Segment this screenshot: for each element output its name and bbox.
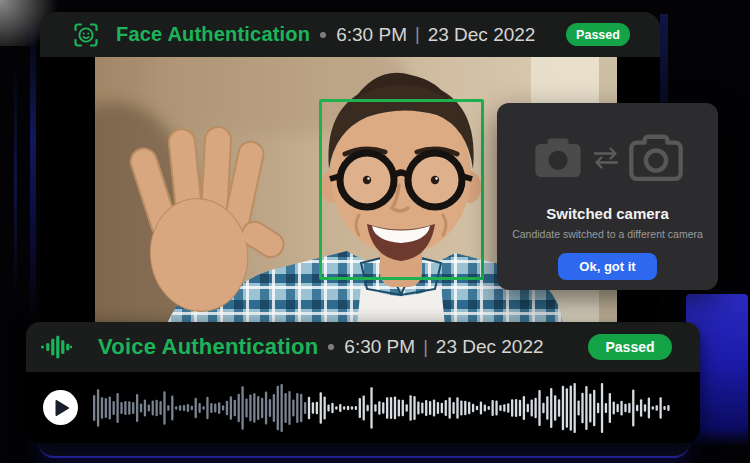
audio-waveform[interactable] bbox=[93, 380, 674, 436]
face-auth-header: Face Authentication 6:30 PM | 23 Dec 202… bbox=[40, 12, 660, 57]
dot-separator bbox=[328, 344, 334, 350]
voice-auth-header: Voice Authentication 6:30 PM | 23 Dec 20… bbox=[26, 322, 700, 372]
play-icon bbox=[55, 400, 69, 416]
popup-subtitle: Candidate switched to a different camera bbox=[512, 228, 703, 240]
voice-auth-window: Voice Authentication 6:30 PM | 23 Dec 20… bbox=[26, 322, 700, 443]
pipe-divider: | bbox=[415, 24, 420, 45]
face-auth-time: 6:30 PM bbox=[336, 24, 407, 46]
voice-auth-time: 6:30 PM bbox=[344, 336, 415, 358]
dot-separator bbox=[320, 32, 326, 38]
swap-arrows-icon bbox=[591, 145, 621, 175]
voice-auth-date: 23 Dec 2022 bbox=[436, 336, 544, 358]
ok-got-it-button[interactable]: Ok, got it bbox=[558, 253, 656, 280]
popup-title: Switched camera bbox=[546, 205, 669, 222]
camera-switch-popup: Switched camera Candidate switched to a … bbox=[497, 103, 718, 290]
face-auth-date: 23 Dec 2022 bbox=[428, 24, 536, 46]
face-auth-title: Face Authentication bbox=[116, 23, 310, 46]
pipe-divider: | bbox=[423, 337, 428, 358]
face-auth-status-badge: Passed bbox=[566, 23, 630, 46]
face-detection-box bbox=[319, 99, 484, 280]
voice-auth-title: Voice Authentication bbox=[98, 334, 318, 360]
blue-streak-left bbox=[30, 18, 36, 318]
play-button[interactable] bbox=[43, 390, 78, 425]
face-scan-icon bbox=[73, 22, 99, 48]
composite-background: Face Authentication 6:30 PM | 23 Dec 202… bbox=[0, 0, 750, 463]
audio-player bbox=[26, 372, 700, 443]
camera-outline-icon bbox=[628, 134, 684, 186]
camera-switch-illustration bbox=[532, 129, 684, 191]
voice-auth-status-badge: Passed bbox=[588, 334, 672, 360]
blue-streak-left-2 bbox=[14, 60, 17, 300]
camera-filled-icon bbox=[532, 136, 584, 184]
soundwave-icon bbox=[40, 334, 72, 360]
